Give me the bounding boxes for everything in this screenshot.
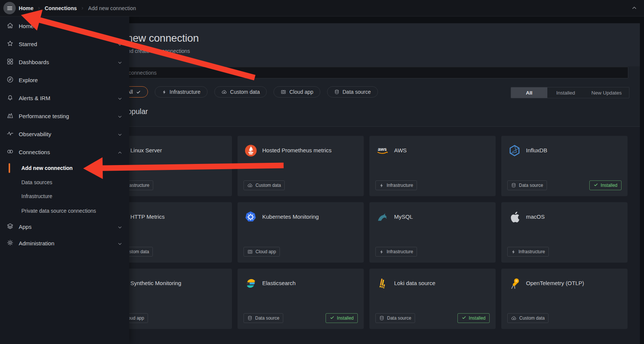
category-badge: Infrastructure (375, 247, 417, 257)
installed-badge: Installed (326, 313, 358, 323)
elasticsearch-logo (244, 277, 257, 290)
chevron-down-icon (117, 224, 123, 230)
dashboards-icon (6, 58, 15, 66)
install-state-tabs: AllInstalledNew Updates (511, 87, 629, 98)
sidebar-item-alerts-irm[interactable]: Alerts & IRM (0, 93, 129, 103)
star-icon (6, 40, 15, 48)
sidebar-item-label: Private data source connections (21, 208, 96, 214)
check-icon (593, 182, 598, 188)
sidebar-item-observability[interactable]: Observability (0, 129, 129, 139)
sidebar-item-starred[interactable]: Starred (0, 39, 129, 49)
connection-card-elasticsearch[interactable]: ElasticsearchData sourceInstalled (238, 269, 364, 329)
page-header-panel (106, 23, 640, 66)
connection-card-title: MySQL (394, 213, 413, 220)
cloud-upload-icon (247, 183, 253, 188)
category-badge-label: Infrastructure (518, 249, 545, 254)
database-icon (247, 315, 253, 321)
sidebar-item-dashboards[interactable]: Dashboards (0, 57, 129, 67)
sidebar-item-label: Data sources (21, 179, 52, 185)
filter-pill-label: Infrastructure (170, 89, 200, 95)
menu-toggle-button[interactable] (3, 2, 16, 14)
filter-pill-data-source[interactable]: Data source (327, 86, 378, 98)
aws-logo: aws (376, 144, 389, 157)
cloud-upload-icon (511, 315, 517, 321)
category-badge-label: Infrastructure (387, 183, 413, 188)
apple-logo (508, 210, 521, 223)
sidebar-item-data-sources[interactable]: Data sources (0, 177, 129, 188)
connection-cards-grid: Linux ServerInfrastructureHosted Prometh… (106, 136, 628, 329)
installed-badge-label: Installed (469, 315, 486, 321)
sidebar-item-connections[interactable]: Connections (0, 147, 129, 157)
bolt-icon (379, 183, 384, 188)
filter-pill-custom-data[interactable]: Custom data (214, 86, 267, 98)
chevron-down-icon (117, 96, 123, 102)
connection-card-title: macOS (526, 213, 545, 220)
connection-card-hosted-prometheus-metrics[interactable]: Hosted Prometheus metricsCustom data (238, 136, 364, 196)
kubernetes-logo (244, 210, 257, 223)
installed-badge-label: Installed (337, 315, 354, 321)
connection-card-title: AWS (394, 147, 407, 153)
filter-pill-cloud-app[interactable]: Cloud app (273, 86, 320, 98)
sidebar-item-label: Observability (19, 131, 51, 137)
sidebar-item-apps[interactable]: Apps (0, 221, 129, 232)
search-input[interactable] (106, 67, 628, 78)
tab-new-updates[interactable]: New Updates (584, 87, 629, 98)
connection-card-mysql[interactable]: MySQLInfrastructure (369, 202, 496, 263)
category-badge-label: Cloud app (256, 249, 276, 254)
breadcrumb-item-home[interactable]: Home (19, 5, 33, 11)
connection-card-title: Hosted Prometheus metrics (262, 147, 332, 153)
connections-icon (6, 148, 15, 156)
check-icon (330, 315, 335, 321)
sidebar-item-explore[interactable]: Explore (0, 75, 129, 85)
connection-card-title: Elasticsearch (262, 280, 296, 286)
sidebar-item-performance-testing[interactable]: k6Performance testing (0, 111, 129, 121)
sidebar-item-label: Infrastructure (21, 193, 52, 199)
connection-card-title: Loki data source (394, 280, 435, 286)
chevron-down-icon (117, 241, 123, 247)
connection-card-macos[interactable]: macOSInfrastructure (501, 202, 628, 263)
chevron-down-icon (117, 114, 123, 120)
sidebar-item-infrastructure[interactable]: Infrastructure (0, 191, 129, 201)
sidebar-item-home[interactable]: Home (0, 21, 129, 31)
installed-badge-label: Installed (601, 183, 617, 188)
caret-up-icon[interactable] (631, 5, 638, 13)
connection-card-kubernetes-monitoring[interactable]: Kubernetes MonitoringCloud app (238, 202, 364, 263)
nav-mega-menu: HomeStarredDashboardsExploreAlerts & IRM… (0, 17, 129, 344)
tab-installed[interactable]: Installed (547, 87, 584, 98)
connection-card-aws[interactable]: awsAWSInfrastructure (369, 136, 496, 196)
breadcrumb-item-connections[interactable]: Connections (45, 5, 77, 11)
chevron-down-icon (117, 60, 123, 66)
opentelemetry-logo (508, 277, 521, 290)
chevron-up-icon (117, 150, 123, 156)
category-badge-label: Data source (519, 183, 543, 188)
sidebar-item-label: Performance testing (19, 113, 69, 119)
category-badge: Data source (375, 313, 415, 323)
category-badge-label: Custom data (256, 183, 281, 188)
main-content: Add new connection Browse and create new… (106, 17, 640, 344)
prometheus-logo (244, 144, 257, 157)
database-icon (379, 315, 384, 321)
pulse-icon (6, 130, 15, 138)
svg-text:aws: aws (378, 147, 387, 152)
connection-card-influxdb[interactable]: InfluxDBData sourceInstalled (501, 136, 628, 196)
installed-badge: Installed (589, 180, 622, 190)
category-badge-label: Data source (255, 315, 279, 321)
filter-pill-infrastructure[interactable]: Infrastructure (155, 86, 208, 98)
category-badge: Custom data (507, 313, 548, 323)
content-top-gap (106, 17, 640, 23)
connection-card-opentelemetry-otlp-[interactable]: OpenTelemetry (OTLP)Custom data (501, 269, 628, 329)
cloud-upload-icon (221, 89, 227, 95)
check-icon (462, 315, 466, 321)
tab-all[interactable]: All (511, 87, 547, 98)
category-badge-label: Infrastructure (387, 249, 413, 254)
connection-card-title: Linux Server (130, 147, 162, 153)
sidebar-item-administration[interactable]: Administration (0, 238, 129, 248)
bolt-icon (379, 249, 384, 254)
sidebar-item-private-data-source-connections[interactable]: Private data source connections (0, 206, 129, 216)
category-badge-label: Data source (387, 315, 411, 321)
top-bar: HomeConnectionsAdd new connection (0, 0, 644, 17)
sidebar-item-add-new-connection[interactable]: Add new connection (0, 163, 129, 173)
sidebar-item-label: Add new connection (21, 165, 73, 171)
connection-card-loki-data-source[interactable]: Loki data sourceData sourceInstalled (369, 269, 496, 329)
hamburger-icon (6, 5, 13, 12)
